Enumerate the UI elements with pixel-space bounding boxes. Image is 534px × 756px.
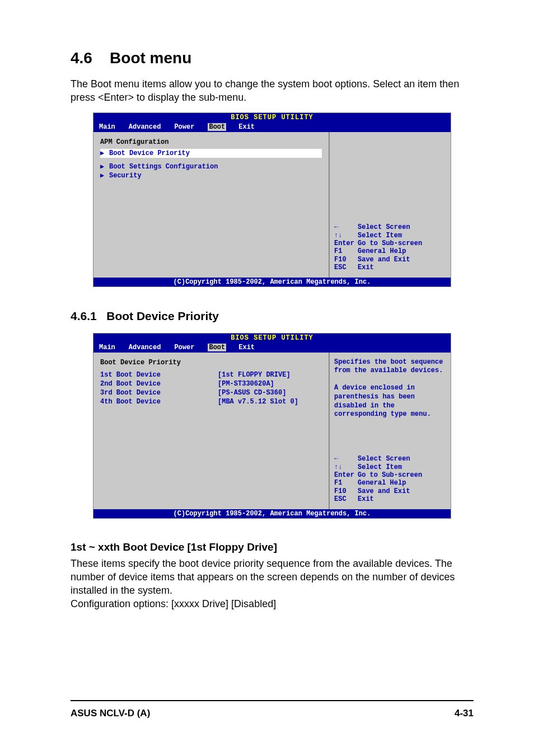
- footer-product-name: ASUS NCLV-D (A): [71, 708, 150, 719]
- intro-paragraph: The Boot menu items allow you to change …: [71, 77, 474, 105]
- bios-tab-advanced[interactable]: Advanced: [129, 123, 175, 131]
- nav-key: ESC: [334, 264, 358, 271]
- bios-tab-boot[interactable]: Boot: [208, 344, 226, 351]
- bios-title: BIOS SETUP UTILITY: [93, 113, 451, 122]
- section-heading: 4.6 Boot menu: [71, 49, 474, 67]
- bios-help-text: Specifies the boot sequence from the ava…: [334, 358, 446, 419]
- submenu-label: Boot Device Priority: [109, 149, 190, 158]
- nav-key: ESC: [334, 495, 358, 503]
- nav-key: F1: [334, 479, 358, 487]
- bios-screenshot-boot-device-priority: BIOS SETUP UTILITY Main Advanced Power B…: [93, 333, 451, 519]
- nav-key: Enter: [334, 471, 358, 479]
- option-description: These items specify the boot device prio…: [71, 557, 474, 598]
- nav-key: F1: [334, 247, 358, 255]
- bios-nav-block: ←Select Screen ↑↓Select Item EnterGo to …: [334, 223, 446, 271]
- configuration-options: Configuration options: [xxxxx Drive] [Di…: [71, 597, 474, 611]
- boot-device-row[interactable]: 4th Boot Device[MBA v7.5.12 Slot 0]: [100, 397, 322, 406]
- bios-copyright-footer: (C)Copyright 1985-2002, American Megatre…: [93, 509, 451, 518]
- nav-key: Enter: [334, 240, 358, 247]
- nav-desc: Save and Exit: [358, 487, 410, 495]
- nav-desc: Exit: [358, 264, 374, 271]
- boot-device-name: 2nd Boot Device: [100, 379, 218, 388]
- nav-desc: Select Item: [358, 463, 402, 471]
- footer-page-number: 4-31: [455, 708, 474, 719]
- triangle-right-icon: ▶: [100, 162, 109, 171]
- apm-configuration-label: APM Configuration: [100, 138, 322, 147]
- bios-tab-main[interactable]: Main: [99, 344, 129, 351]
- bios-tab-advanced[interactable]: Advanced: [129, 344, 175, 351]
- bios-tab-exit[interactable]: Exit: [238, 123, 268, 131]
- boot-device-row[interactable]: 1st Boot Device[1st FLOPPY DRIVE]: [100, 370, 322, 379]
- bios-left-pane: Boot Device Priority 1st Boot Device[1st…: [93, 353, 329, 509]
- bios-tab-boot[interactable]: Boot: [208, 123, 226, 131]
- panel-header: Boot Device Priority: [100, 358, 322, 367]
- subsection-title: Boot Device Priority: [106, 309, 219, 322]
- bios-title: BIOS SETUP UTILITY: [93, 334, 451, 342]
- submenu-boot-settings-configuration[interactable]: ▶ Boot Settings Configuration: [100, 162, 322, 171]
- bios-tab-power[interactable]: Power: [174, 344, 208, 351]
- bios-right-pane: ←Select Screen ↑↓Select Item EnterGo to …: [329, 132, 451, 278]
- submenu-label: Boot Settings Configuration: [109, 162, 218, 171]
- nav-desc: Select Item: [358, 232, 402, 240]
- nav-key: ←: [334, 223, 358, 231]
- subsection-heading: 4.6.1 Boot Device Priority: [71, 309, 474, 323]
- nav-desc: General Help: [358, 247, 406, 255]
- bios-tab-main[interactable]: Main: [99, 123, 129, 131]
- bios-help-text: [334, 138, 446, 182]
- boot-device-row[interactable]: 2nd Boot Device[PM-ST330620A]: [100, 379, 322, 388]
- nav-desc: Go to Sub-screen: [358, 471, 422, 479]
- boot-device-name: 1st Boot Device: [100, 370, 218, 379]
- nav-desc: Select Screen: [358, 455, 410, 463]
- bios-left-pane: APM Configuration ▶ Boot Device Priority…: [93, 132, 329, 278]
- footer-rule: [71, 700, 474, 701]
- nav-desc: Select Screen: [358, 223, 410, 231]
- section-title: Boot menu: [110, 49, 191, 67]
- boot-device-value: [PS-ASUS CD-S360]: [218, 388, 286, 397]
- submenu-security[interactable]: ▶ Security: [100, 171, 322, 180]
- submenu-boot-device-priority[interactable]: ▶ Boot Device Priority: [100, 149, 322, 158]
- boot-device-name: 4th Boot Device: [100, 397, 218, 406]
- nav-key: ↑↓: [334, 463, 358, 471]
- bios-menubar: Main Advanced Power Boot Exit: [93, 342, 451, 353]
- nav-desc: Exit: [358, 495, 374, 503]
- boot-device-value: [MBA v7.5.12 Slot 0]: [218, 397, 298, 406]
- boot-device-value: [1st FLOPPY DRIVE]: [218, 370, 291, 379]
- subsection-number: 4.6.1: [71, 309, 97, 322]
- submenu-label: Security: [109, 171, 142, 180]
- bios-tab-power[interactable]: Power: [174, 123, 208, 131]
- bios-copyright-footer: (C)Copyright 1985-2002, American Megatre…: [93, 278, 451, 287]
- section-number: 4.6: [71, 49, 92, 67]
- boot-device-value: [PM-ST330620A]: [218, 379, 274, 388]
- bios-nav-block: ←Select Screen ↑↓Select Item EnterGo to …: [334, 455, 446, 503]
- triangle-right-icon: ▶: [100, 149, 109, 158]
- nav-desc: General Help: [358, 479, 406, 487]
- nav-key: ↑↓: [334, 232, 358, 240]
- bios-menubar: Main Advanced Power Boot Exit: [93, 122, 451, 132]
- bios-right-pane: Specifies the boot sequence from the ava…: [329, 353, 451, 509]
- triangle-right-icon: ▶: [100, 171, 109, 180]
- boot-device-row[interactable]: 3rd Boot Device[PS-ASUS CD-S360]: [100, 388, 322, 397]
- nav-desc: Go to Sub-screen: [358, 240, 422, 247]
- page-footer: ASUS NCLV-D (A) 4-31: [71, 708, 474, 719]
- nav-key: ←: [334, 455, 358, 463]
- nav-key: F10: [334, 256, 358, 264]
- boot-device-name: 3rd Boot Device: [100, 388, 218, 397]
- bios-screenshot-boot-menu: BIOS SETUP UTILITY Main Advanced Power B…: [93, 112, 451, 287]
- nav-key: F10: [334, 487, 358, 495]
- bios-tab-exit[interactable]: Exit: [238, 344, 268, 351]
- option-heading: 1st ~ xxth Boot Device [1st Floppy Drive…: [71, 541, 474, 553]
- nav-desc: Save and Exit: [358, 256, 410, 264]
